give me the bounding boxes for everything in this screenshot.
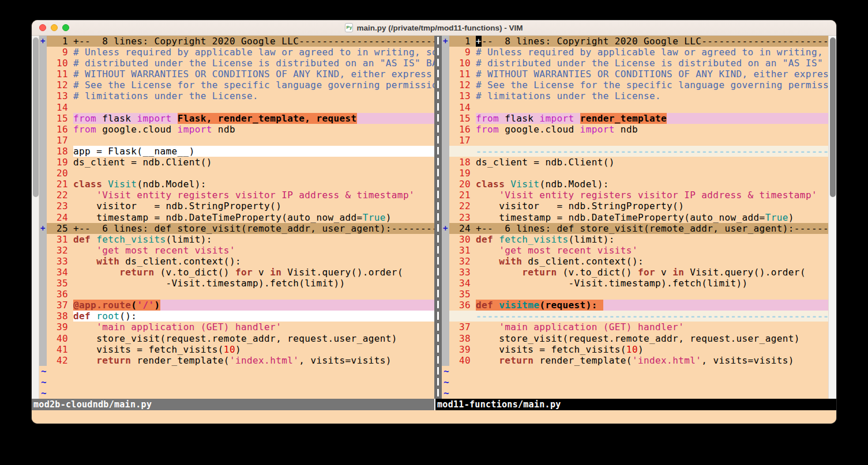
line-text bbox=[476, 289, 836, 300]
code-line: 21 'Visit entity registers visitor IP ad… bbox=[442, 190, 836, 201]
line-number: 10 bbox=[449, 58, 476, 69]
line-number: 13 bbox=[449, 90, 476, 101]
command-line[interactable] bbox=[32, 410, 836, 424]
empty-buffer-line: ~ bbox=[39, 377, 434, 388]
separator-dashes bbox=[437, 37, 439, 399]
left-pane-scrollbar[interactable] bbox=[32, 36, 39, 399]
fold-column bbox=[442, 289, 449, 300]
line-number: 14 bbox=[47, 102, 73, 113]
zoom-button[interactable] bbox=[62, 24, 69, 31]
code-line: 31def fetch_visits(limit): bbox=[39, 234, 434, 245]
vertical-split-separator[interactable] bbox=[434, 36, 442, 399]
line-text: 'main application (GET) handler' bbox=[73, 322, 434, 332]
line-text: store_visit(request.remote_addr, request… bbox=[476, 333, 836, 344]
line-number: 15 bbox=[449, 113, 476, 124]
code-line: 20class Visit(ndb.Model): bbox=[442, 179, 836, 190]
line-number: 9 bbox=[47, 47, 73, 58]
line-text: # WITHOUT WARRANTIES OR CONDITIONS OF AN… bbox=[73, 69, 434, 80]
line-text: with ds_client.context(): bbox=[476, 256, 836, 267]
fold-column bbox=[442, 322, 449, 332]
fold-column bbox=[442, 124, 449, 135]
title-bar[interactable]: Py main.py (/private/tmp/mod11-functions… bbox=[32, 20, 836, 36]
line-text: timestamp = ndb.DateTimeProperty(auto_no… bbox=[73, 212, 434, 223]
diff-filler-line: ----------------------------------------… bbox=[442, 311, 836, 322]
line-number: 23 bbox=[449, 212, 476, 223]
line-text: 'Visit entity registers visitor IP addre… bbox=[73, 190, 434, 201]
line-text: def visitme(request): bbox=[476, 300, 836, 311]
fold-column bbox=[39, 113, 47, 124]
line-number: 36 bbox=[449, 300, 476, 311]
code-line: 14 bbox=[39, 102, 434, 113]
fold-column bbox=[39, 201, 47, 211]
empty-buffer-line: ~ bbox=[442, 377, 836, 388]
fold-marker[interactable]: + bbox=[39, 36, 47, 47]
fold-marker[interactable]: + bbox=[442, 223, 449, 234]
line-text: return (v.to_dict() for v in Visit.query… bbox=[73, 267, 434, 278]
line-number: 19 bbox=[47, 157, 73, 168]
line-number: 38 bbox=[47, 311, 73, 322]
line-text: 'get most recent visits' bbox=[476, 245, 836, 256]
line-text: +-- 6 lines: def store_visit(remote_addr… bbox=[476, 223, 836, 234]
fold-column bbox=[442, 69, 449, 80]
fold-marker[interactable]: + bbox=[442, 36, 449, 47]
fold-column bbox=[39, 58, 47, 69]
left-scrollbar-thumb[interactable] bbox=[33, 37, 39, 197]
fold-column bbox=[39, 102, 47, 113]
minimize-button[interactable] bbox=[51, 24, 58, 31]
line-number: 25 bbox=[47, 223, 73, 234]
right-scrollbar-thumb[interactable] bbox=[830, 37, 836, 197]
line-number: 16 bbox=[47, 124, 73, 135]
fold-column bbox=[39, 135, 47, 146]
code-line: 35 -Visit.timestamp).fetch(limit)) bbox=[39, 278, 434, 289]
code-line: 31 'get most recent visits' bbox=[442, 245, 836, 256]
line-number: 19 bbox=[449, 168, 476, 179]
code-line: 15from flask import render_template bbox=[442, 113, 836, 124]
fold-column bbox=[442, 300, 449, 311]
code-line: 19ds_client = ndb.Client() bbox=[39, 157, 434, 168]
line-number: 40 bbox=[449, 355, 476, 366]
code-line: 16from google.cloud import ndb bbox=[39, 124, 434, 135]
fold-column bbox=[39, 47, 47, 58]
close-button[interactable] bbox=[39, 24, 46, 31]
status-line-right: mod11-functions/main.py bbox=[435, 399, 836, 410]
editor-content: +1+-- 8 lines: Copyright 2020 Google LLC… bbox=[32, 36, 836, 399]
code-line: 38 store_visit(request.remote_addr, requ… bbox=[442, 333, 836, 344]
line-number: 35 bbox=[47, 278, 73, 289]
line-text: # See the License for the specific langu… bbox=[73, 80, 434, 90]
tilde-marker: ~ bbox=[442, 377, 449, 388]
fold-column bbox=[39, 90, 47, 101]
fold-column bbox=[39, 289, 47, 300]
fold-column bbox=[39, 245, 47, 256]
code-line: 32 'get most recent visits' bbox=[39, 245, 434, 256]
line-text bbox=[73, 102, 434, 113]
fold-column bbox=[442, 344, 449, 355]
tilde-marker: ~ bbox=[39, 366, 47, 377]
line-text: ----------------------------------------… bbox=[476, 311, 836, 322]
line-number: 13 bbox=[47, 90, 73, 101]
left-diff-pane[interactable]: +1+-- 8 lines: Copyright 2020 Google LLC… bbox=[39, 36, 434, 399]
line-number: 34 bbox=[47, 267, 73, 278]
fold-column bbox=[442, 234, 449, 245]
line-text: ----------------------------------------… bbox=[476, 146, 836, 157]
diff-filler-line: ----------------------------------------… bbox=[442, 146, 836, 157]
code-line: 22 visitor = ndb.StringProperty() bbox=[442, 201, 836, 211]
code-line: 36def visitme(request): bbox=[442, 300, 836, 311]
fold-column bbox=[442, 179, 449, 190]
line-text: return render_template('index.html', vis… bbox=[476, 355, 836, 366]
line-text: 'Visit entity registers visitor IP addre… bbox=[476, 190, 836, 201]
line-number: 11 bbox=[47, 69, 73, 80]
line-number: 23 bbox=[47, 201, 73, 211]
line-text: # distributed under the License is distr… bbox=[476, 58, 836, 69]
fold-column bbox=[442, 212, 449, 223]
line-text: # WITHOUT WARRANTIES OR CONDITIONS OF AN… bbox=[476, 69, 836, 80]
right-diff-pane[interactable]: +1+-- 8 lines: Copyright 2020 Google LLC… bbox=[442, 36, 836, 399]
line-number: 17 bbox=[449, 135, 476, 146]
fold-column bbox=[442, 245, 449, 256]
line-text: def root(): bbox=[73, 311, 434, 322]
right-pane-scrollbar[interactable] bbox=[828, 36, 836, 399]
line-number: 1 bbox=[449, 36, 476, 47]
fold-marker[interactable]: + bbox=[39, 223, 47, 234]
fold-column bbox=[442, 201, 449, 211]
code-line: 10# distributed under the License is dis… bbox=[442, 58, 836, 69]
code-line: 18ds_client = ndb.Client() bbox=[442, 157, 836, 168]
